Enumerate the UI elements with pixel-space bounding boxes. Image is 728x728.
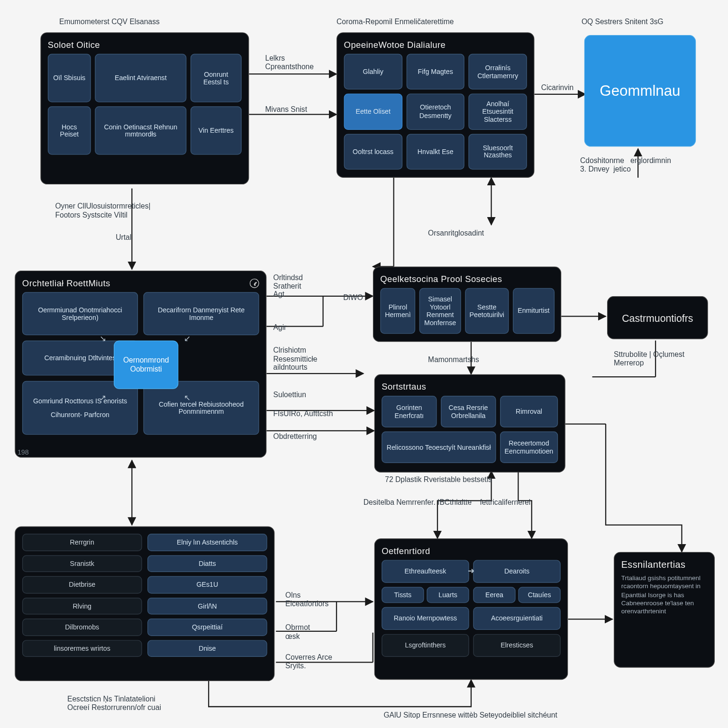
label: Lelkrs Cpreantsthone (265, 54, 313, 71)
sr-footer: 72 Dplastik Rveristable bestsetls (385, 475, 492, 484)
clock-icon (250, 278, 259, 288)
opeen-cell: Ooltrst locass (344, 134, 402, 170)
label: Olns Eiceatfortiors (285, 591, 328, 608)
panel-oet: Oetfenrtiord Ethreaufteesk Dearoits Tiss… (374, 538, 568, 680)
opeen-cell: Eette Oliset (344, 94, 402, 130)
arrow-icon: ↖ (184, 393, 191, 402)
label: Obrmot œsk (285, 623, 316, 640)
arrow-icon: ↘ (100, 334, 106, 343)
label: Mamonmartshs (428, 355, 479, 364)
oet-cell: Eerea (473, 587, 515, 603)
header-left: Emumometerst CQV Elsanass (59, 18, 160, 26)
orch-center: Oernonmrond Oobrmisti (114, 341, 178, 389)
label: Urtal (116, 233, 131, 241)
ll-cell: Elniy lın Astsentichls (147, 534, 267, 551)
opeen-title: OpeeineWotoe Dialialure (344, 40, 446, 50)
oet-cell: Tissts (382, 587, 424, 603)
label: Clrishiotm Resesmitticłe aildntourts (273, 346, 318, 372)
panel-soloet: Soloet Oitice Oïl Sbisuis Eaelint Atvira… (40, 32, 249, 184)
label: Cicarinvin (541, 83, 574, 92)
label: Agir (273, 323, 287, 332)
orch-cell-text: Cihunront- Parfcron (51, 411, 109, 419)
ess-body: Trtaliaud gsishs potitumnenl rcaontorn h… (621, 574, 708, 616)
opeen-cell: Orrałinís Ctlertamernry (469, 54, 527, 90)
oet-cell: Ctauíes (518, 587, 560, 603)
arrow-icon: ↙ (184, 334, 191, 343)
panel-orch: Orchtetliał RoettMiuts Oermmiunad Onotmr… (15, 271, 266, 458)
gem-title: Geommlnau (600, 82, 680, 100)
label: Mivans Snist (265, 105, 307, 114)
oet-cell: Luarts (427, 587, 469, 603)
ess-title: Essnilantertias (621, 559, 686, 570)
sr-cell: Receertomod Eencmumotioen (500, 431, 558, 463)
ll-cell: Qsrpeittiaí (147, 619, 267, 636)
ll-cell: Rlving (22, 597, 142, 614)
orch-cell: Decarifrorn Danmenyist Rete Imonme (143, 292, 259, 335)
qp-title: Qeelketsocina Prool Sosecies (380, 274, 502, 284)
soloet-cell: Eaelint Atviraenst (95, 54, 186, 102)
panel-gem: Geommlnau (584, 35, 696, 147)
oet-cell: Dearoits (473, 560, 561, 582)
label: Eesctsticn Ņs Tinlatatelioni Ocreeí Rest… (67, 694, 161, 711)
ll-cell: Rerrgrin (22, 534, 142, 551)
soloet-cell: Hocs Peiset (48, 106, 91, 155)
soloet-cell: Conin Oetinacst Rehnun mmtnordłs (95, 106, 186, 155)
ll-cell: Dnise (147, 640, 267, 657)
sr-cell: Gorinten Enerfcratı (382, 396, 437, 428)
label: Coverres Arce Sryits. (285, 653, 332, 670)
opeen-cell: Glahliy (344, 54, 402, 90)
qp-cell: Plinrol Hermenì (380, 288, 415, 334)
qp-cell: Enmiturtist (513, 288, 554, 334)
orch-title: Orchtetliał RoettMiuts (22, 278, 110, 288)
ll-cell: Dilbromobs (22, 619, 142, 636)
oet-cell: Elresticses (473, 634, 561, 657)
panel-ess: Essnilantertias Trtaliaud gsishs potitum… (614, 552, 715, 667)
header-mid: Coroma-Repomil Enmeličaterettime (337, 18, 454, 26)
soloet-title: Soloet Oitice (48, 40, 100, 50)
label: FIsUIRo, Aufttcsth (273, 409, 333, 418)
label: DiWO (343, 293, 363, 302)
sr-cell: Cesa Rersrie Orbrellanila (441, 396, 496, 428)
label: Oyner CllUlosuistormreticles| Footors Sy… (55, 202, 150, 219)
label: Sttrubolite | Oçlumest Merrerop (614, 350, 684, 367)
ll-cell: Sranistk (22, 555, 142, 572)
opeen-cell: Fifg Magtes (406, 54, 464, 90)
ll-cell: Diatts (147, 555, 267, 572)
panel-qp: Qeelketsocina Prool Sosecies Plinrol Her… (373, 266, 562, 342)
panel-sr: Sortstrtaus Gorinten Enerfcratı Cesa Rer… (374, 374, 565, 473)
label: Obdretterring (273, 432, 317, 441)
opeen-cell: Otieretoch Desmentty (406, 94, 464, 130)
ll-cell: Dietbrise (22, 576, 142, 593)
sr-cell: Relicossono Teoesctyít Nureankfisł (382, 431, 496, 463)
oet-cell: Lsgroftinthers (382, 634, 469, 657)
label: Orltindsd Sratherit Agt (273, 273, 303, 299)
opeen-cell: Anolhaí Etsuesintit Slacterss (469, 94, 527, 130)
label: Suloettiun (273, 391, 306, 399)
arrow-icon: ↗ (100, 393, 106, 402)
ll-cell: Girl/\N (147, 597, 267, 614)
header-right: OQ Sestrers Snitent 3sG (582, 18, 664, 26)
opeen-cell: Sluesoorlt Nzasthes (469, 134, 527, 170)
label: Orsanritglosadint (428, 229, 484, 237)
soloet-cell: Oonrunt Eestsl ts (191, 54, 242, 102)
ll-cell: linsorermes wrirtos (22, 640, 142, 657)
qp-cell: Sestte Peetotuirilvi (465, 288, 509, 334)
sr-title: Sortstrtaus (382, 382, 426, 391)
soloet-cell: Oïl Sbisuis (48, 54, 91, 102)
orch-cell: Oermmiunad Onotmriahocci Srelperieon) (22, 292, 138, 335)
cas-title: Castrmuontiofrs (622, 312, 693, 323)
orch-badge: 198 (18, 448, 29, 456)
panel-leftlist: Rerrgrin Sranistk Dietbrise Rlving Dilbr… (15, 526, 274, 681)
oet-cell: Acoeesrguientiati (473, 607, 561, 630)
label: Cdoshitonrne erglordimnin 3. Dnvey jetic… (580, 156, 671, 173)
ll-cell: GEs1U (147, 576, 267, 593)
panel-opeen: OpeeineWotoe Dialialure Glahliy Fifg Mag… (337, 32, 534, 178)
oet-title: Oetfenrtiord (382, 546, 430, 556)
soloet-cell: Vin Eerttres (191, 106, 242, 155)
panel-cas: Castrmuontiofrs (607, 296, 708, 339)
arrow-icon: ➜ (468, 566, 474, 575)
sr-cell: Rimroval (500, 396, 558, 428)
oet-cell: Ethreaufteesk (382, 560, 469, 582)
orch-cell-text: Gomriund Rocttorus IS enorists (33, 397, 127, 404)
opeen-cell: Hnvalkt Ese (406, 134, 464, 170)
